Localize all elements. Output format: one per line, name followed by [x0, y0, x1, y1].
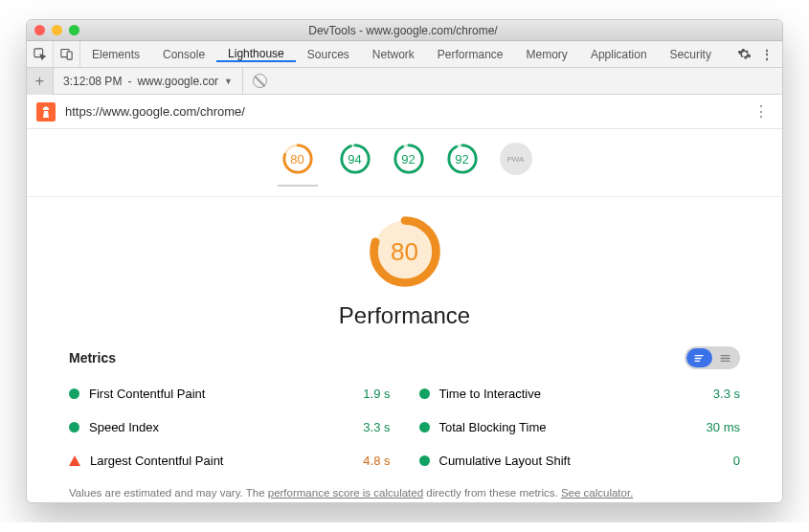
category-score-0[interactable]: 80	[278, 143, 318, 187]
metric-row: Cumulative Layout Shift0	[419, 444, 741, 477]
metric-row: Speed Index3.3 s	[69, 410, 391, 444]
metrics-section: Metrics First Contentful Paint1.9 sTime …	[27, 329, 782, 477]
metric-row: Time to Interactive3.3 s	[419, 377, 741, 410]
window-controls	[34, 25, 79, 35]
performance-score: 80	[368, 214, 442, 289]
calculator-link[interactable]: See calculator.	[561, 487, 633, 499]
device-toggle-icon[interactable]	[54, 41, 80, 68]
more-vert-icon[interactable]: ⋮	[761, 48, 773, 61]
close-window-icon[interactable]	[34, 25, 45, 35]
lighthouse-logo-icon	[36, 102, 56, 122]
minimize-window-icon[interactable]	[52, 25, 62, 35]
metric-value: 3.3 s	[713, 387, 740, 401]
metric-label: Speed Index	[89, 420, 159, 434]
main-gauge-section: 80 Performance	[27, 197, 782, 329]
metric-value: 3.3 s	[363, 420, 390, 434]
ok-icon	[69, 422, 79, 432]
ok-icon	[69, 388, 79, 399]
ok-icon	[419, 422, 430, 432]
metric-value: 4.8 s	[363, 454, 390, 468]
metric-row: Total Blocking Time30 ms	[419, 410, 741, 444]
tab-console[interactable]: Console	[151, 47, 216, 62]
category-score-pwa[interactable]: PWA	[500, 143, 532, 187]
metrics-heading: Metrics	[69, 350, 116, 366]
category-score-2[interactable]: 92	[393, 143, 425, 187]
new-run-button[interactable]: +	[27, 68, 54, 95]
maximize-window-icon[interactable]	[69, 25, 79, 35]
metric-label: Largest Contentful Paint	[90, 454, 223, 468]
svg-rect-2	[67, 52, 72, 59]
lighthouse-toolbar: + 3:12:08 PM - www.google.cor ▼	[27, 68, 782, 95]
settings-gear-icon[interactable]	[737, 47, 752, 61]
tab-performance[interactable]: Performance	[426, 47, 515, 62]
window-title: DevTools - www.google.com/chrome/	[79, 24, 727, 37]
clear-icon[interactable]	[253, 74, 267, 88]
metric-value: 30 ms	[707, 420, 740, 434]
category-title: Performance	[27, 302, 782, 329]
ok-icon	[419, 388, 430, 399]
report-url: https://www.google.com/chrome/	[65, 104, 750, 119]
titlebar: DevTools - www.google.com/chrome/	[27, 20, 782, 41]
tab-sources[interactable]: Sources	[296, 47, 361, 62]
run-selector[interactable]: 3:12:08 PM - www.google.cor ▼	[54, 68, 243, 94]
category-score-1[interactable]: 94	[339, 143, 371, 187]
devtools-tabs-row: ElementsConsoleLighthouseSourcesNetworkP…	[27, 41, 782, 68]
toggle-expanded-icon	[686, 348, 712, 367]
tab-security[interactable]: Security	[659, 47, 723, 62]
tab-lighthouse[interactable]: Lighthouse	[216, 47, 296, 62]
devtools-window: DevTools - www.google.com/chrome/ Elemen…	[26, 19, 783, 503]
tabs-right-icons: ⋮	[728, 47, 782, 61]
tab-elements[interactable]: Elements	[80, 47, 151, 62]
devtools-tabs: ElementsConsoleLighthouseSourcesNetworkP…	[80, 47, 728, 62]
metric-label: First Contentful Paint	[89, 387, 205, 401]
tab-application[interactable]: Application	[579, 47, 659, 62]
category-score-3[interactable]: 92	[446, 143, 479, 187]
run-timestamp: 3:12:08 PM	[63, 75, 122, 88]
run-host: www.google.cor	[137, 75, 218, 88]
category-scores-row: 80949292PWA	[27, 129, 782, 197]
inspect-icon[interactable]	[27, 41, 54, 68]
chevron-down-icon: ▼	[224, 77, 233, 86]
metrics-view-toggle[interactable]	[685, 346, 740, 369]
metric-row: First Contentful Paint1.9 s	[69, 377, 391, 410]
warning-icon	[69, 455, 80, 466]
performance-gauge: 80	[368, 214, 442, 289]
metric-value: 0	[733, 454, 740, 468]
toggle-compact-icon	[712, 348, 738, 367]
metric-row: Largest Contentful Paint4.8 s	[69, 444, 391, 477]
score-explainer-link[interactable]: performance score is calculated	[268, 487, 423, 499]
metric-label: Time to Interactive	[439, 387, 541, 401]
metric-value: 1.9 s	[363, 387, 390, 401]
ok-icon	[419, 455, 430, 466]
metric-label: Total Blocking Time	[439, 420, 547, 434]
tab-memory[interactable]: Memory	[515, 47, 579, 62]
report-url-row: https://www.google.com/chrome/ ⋮	[27, 95, 782, 129]
tab-network[interactable]: Network	[361, 47, 426, 62]
report-menu-icon[interactable]: ⋮	[750, 102, 773, 121]
metrics-footnote: Values are estimated and may vary. The p…	[27, 477, 782, 499]
metric-label: Cumulative Layout Shift	[439, 454, 571, 468]
